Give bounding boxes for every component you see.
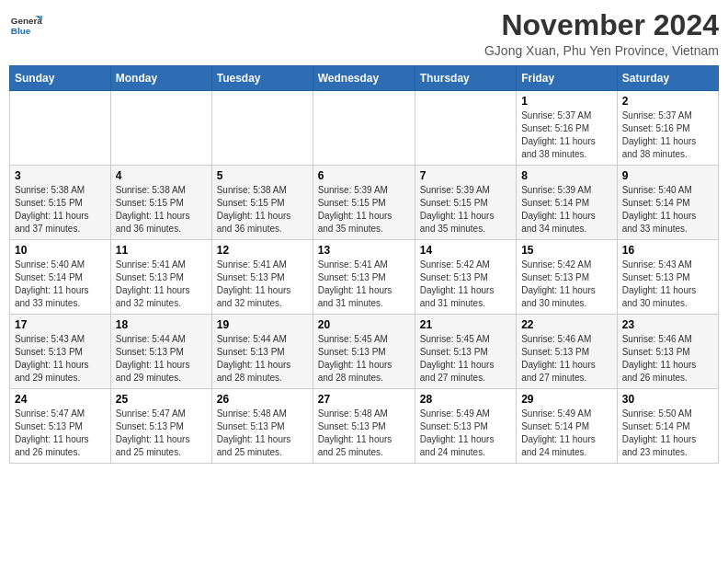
day-number: 16 (622, 244, 713, 257)
calendar-cell: 27Sunrise: 5:48 AM Sunset: 5:13 PM Dayli… (313, 389, 415, 464)
calendar-cell: 17Sunrise: 5:43 AM Sunset: 5:13 PM Dayli… (10, 315, 111, 389)
calendar-cell: 25Sunrise: 5:47 AM Sunset: 5:13 PM Dayli… (110, 389, 211, 464)
day-info: Sunrise: 5:37 AM Sunset: 5:16 PM Dayligh… (521, 109, 612, 161)
calendar-cell: 11Sunrise: 5:41 AM Sunset: 5:13 PM Dayli… (110, 240, 211, 315)
month-title: November 2024 (484, 9, 719, 41)
calendar-cell: 18Sunrise: 5:44 AM Sunset: 5:13 PM Dayli… (110, 315, 211, 389)
day-number: 1 (521, 95, 612, 108)
day-info: Sunrise: 5:40 AM Sunset: 5:14 PM Dayligh… (622, 184, 713, 236)
day-number: 23 (622, 318, 713, 331)
day-info: Sunrise: 5:41 AM Sunset: 5:13 PM Dayligh… (217, 259, 308, 310)
day-number: 8 (521, 169, 612, 182)
day-number: 10 (15, 244, 106, 257)
day-info: Sunrise: 5:46 AM Sunset: 5:13 PM Dayligh… (521, 333, 612, 385)
calendar-week-row: 10Sunrise: 5:40 AM Sunset: 5:14 PM Dayli… (10, 240, 719, 315)
day-info: Sunrise: 5:38 AM Sunset: 5:15 PM Dayligh… (15, 184, 106, 236)
calendar-cell: 4Sunrise: 5:38 AM Sunset: 5:15 PM Daylig… (110, 166, 211, 240)
calendar-cell: 10Sunrise: 5:40 AM Sunset: 5:14 PM Dayli… (10, 240, 111, 315)
page-header: General Blue November 2024 GJong Xuan, P… (9, 9, 719, 58)
calendar-cell: 7Sunrise: 5:39 AM Sunset: 5:15 PM Daylig… (415, 166, 516, 240)
calendar-cell (313, 91, 415, 166)
day-number: 19 (217, 318, 308, 331)
calendar-week-row: 3Sunrise: 5:38 AM Sunset: 5:15 PM Daylig… (10, 166, 719, 240)
calendar-cell: 21Sunrise: 5:45 AM Sunset: 5:13 PM Dayli… (415, 315, 516, 389)
day-number: 22 (521, 318, 612, 331)
day-number: 18 (116, 318, 207, 331)
day-info: Sunrise: 5:39 AM Sunset: 5:14 PM Dayligh… (521, 184, 612, 236)
day-info: Sunrise: 5:45 AM Sunset: 5:13 PM Dayligh… (318, 333, 410, 385)
day-info: Sunrise: 5:48 AM Sunset: 5:13 PM Dayligh… (318, 408, 410, 459)
day-number: 27 (318, 393, 410, 406)
day-info: Sunrise: 5:40 AM Sunset: 5:14 PM Dayligh… (15, 259, 106, 310)
calendar-cell: 8Sunrise: 5:39 AM Sunset: 5:14 PM Daylig… (517, 166, 618, 240)
calendar-table: SundayMondayTuesdayWednesdayThursdayFrid… (9, 65, 719, 464)
day-number: 11 (116, 244, 207, 257)
calendar-cell: 6Sunrise: 5:39 AM Sunset: 5:15 PM Daylig… (313, 166, 415, 240)
calendar-cell (415, 91, 516, 166)
day-of-week-header: Sunday (10, 66, 111, 91)
day-number: 30 (622, 393, 713, 406)
calendar-cell: 30Sunrise: 5:50 AM Sunset: 5:14 PM Dayli… (617, 389, 718, 464)
day-info: Sunrise: 5:44 AM Sunset: 5:13 PM Dayligh… (116, 333, 207, 385)
day-info: Sunrise: 5:46 AM Sunset: 5:13 PM Dayligh… (622, 333, 713, 385)
day-of-week-header: Wednesday (313, 66, 415, 91)
day-info: Sunrise: 5:42 AM Sunset: 5:13 PM Dayligh… (521, 259, 612, 310)
calendar-cell: 22Sunrise: 5:46 AM Sunset: 5:13 PM Dayli… (517, 315, 618, 389)
day-number: 9 (622, 169, 713, 182)
calendar-cell: 5Sunrise: 5:38 AM Sunset: 5:15 PM Daylig… (211, 166, 313, 240)
day-number: 13 (318, 244, 410, 257)
svg-text:General: General (11, 16, 42, 26)
calendar-cell: 13Sunrise: 5:41 AM Sunset: 5:13 PM Dayli… (313, 240, 415, 315)
calendar-cell (211, 91, 313, 166)
day-info: Sunrise: 5:42 AM Sunset: 5:13 PM Dayligh… (420, 259, 511, 310)
calendar-cell: 26Sunrise: 5:48 AM Sunset: 5:13 PM Dayli… (211, 389, 313, 464)
calendar-cell: 9Sunrise: 5:40 AM Sunset: 5:14 PM Daylig… (617, 166, 718, 240)
day-number: 20 (318, 318, 410, 331)
day-info: Sunrise: 5:50 AM Sunset: 5:14 PM Dayligh… (622, 408, 713, 459)
calendar-cell (110, 91, 211, 166)
title-section: November 2024 GJong Xuan, Phu Yen Provin… (484, 9, 719, 58)
day-info: Sunrise: 5:39 AM Sunset: 5:15 PM Dayligh… (318, 184, 410, 236)
day-number: 25 (116, 393, 207, 406)
day-info: Sunrise: 5:47 AM Sunset: 5:13 PM Dayligh… (116, 408, 207, 459)
day-info: Sunrise: 5:39 AM Sunset: 5:15 PM Dayligh… (420, 184, 511, 236)
calendar-cell: 1Sunrise: 5:37 AM Sunset: 5:16 PM Daylig… (517, 91, 618, 166)
day-number: 12 (217, 244, 308, 257)
day-info: Sunrise: 5:41 AM Sunset: 5:13 PM Dayligh… (116, 259, 207, 310)
calendar-cell: 23Sunrise: 5:46 AM Sunset: 5:13 PM Dayli… (617, 315, 718, 389)
logo-icon: General Blue (9, 9, 42, 42)
day-info: Sunrise: 5:44 AM Sunset: 5:13 PM Dayligh… (217, 333, 308, 385)
svg-text:Blue: Blue (11, 26, 31, 36)
day-info: Sunrise: 5:48 AM Sunset: 5:13 PM Dayligh… (217, 408, 308, 459)
day-info: Sunrise: 5:43 AM Sunset: 5:13 PM Dayligh… (622, 259, 713, 310)
day-info: Sunrise: 5:41 AM Sunset: 5:13 PM Dayligh… (318, 259, 410, 310)
day-number: 14 (420, 244, 511, 257)
day-info: Sunrise: 5:38 AM Sunset: 5:15 PM Dayligh… (116, 184, 207, 236)
day-info: Sunrise: 5:49 AM Sunset: 5:14 PM Dayligh… (521, 408, 612, 459)
day-info: Sunrise: 5:49 AM Sunset: 5:13 PM Dayligh… (420, 408, 511, 459)
day-info: Sunrise: 5:47 AM Sunset: 5:13 PM Dayligh… (15, 408, 106, 459)
day-number: 6 (318, 169, 410, 182)
day-of-week-header: Thursday (415, 66, 516, 91)
calendar-cell: 15Sunrise: 5:42 AM Sunset: 5:13 PM Dayli… (517, 240, 618, 315)
calendar-cell: 28Sunrise: 5:49 AM Sunset: 5:13 PM Dayli… (415, 389, 516, 464)
day-of-week-header: Friday (517, 66, 618, 91)
day-info: Sunrise: 5:45 AM Sunset: 5:13 PM Dayligh… (420, 333, 511, 385)
logo: General Blue (9, 9, 42, 42)
day-of-week-header: Saturday (617, 66, 718, 91)
calendar-cell: 16Sunrise: 5:43 AM Sunset: 5:13 PM Dayli… (617, 240, 718, 315)
day-number: 29 (521, 393, 612, 406)
day-number: 26 (217, 393, 308, 406)
day-of-week-header: Tuesday (211, 66, 313, 91)
day-info: Sunrise: 5:37 AM Sunset: 5:16 PM Dayligh… (622, 109, 713, 161)
calendar-cell: 12Sunrise: 5:41 AM Sunset: 5:13 PM Dayli… (211, 240, 313, 315)
day-number: 15 (521, 244, 612, 257)
calendar-cell: 20Sunrise: 5:45 AM Sunset: 5:13 PM Dayli… (313, 315, 415, 389)
calendar-cell: 14Sunrise: 5:42 AM Sunset: 5:13 PM Dayli… (415, 240, 516, 315)
calendar-week-row: 1Sunrise: 5:37 AM Sunset: 5:16 PM Daylig… (10, 91, 719, 166)
calendar-cell: 19Sunrise: 5:44 AM Sunset: 5:13 PM Dayli… (211, 315, 313, 389)
calendar-header-row: SundayMondayTuesdayWednesdayThursdayFrid… (10, 66, 719, 91)
calendar-cell: 29Sunrise: 5:49 AM Sunset: 5:14 PM Dayli… (517, 389, 618, 464)
calendar-week-row: 17Sunrise: 5:43 AM Sunset: 5:13 PM Dayli… (10, 315, 719, 389)
calendar-cell: 2Sunrise: 5:37 AM Sunset: 5:16 PM Daylig… (617, 91, 718, 166)
